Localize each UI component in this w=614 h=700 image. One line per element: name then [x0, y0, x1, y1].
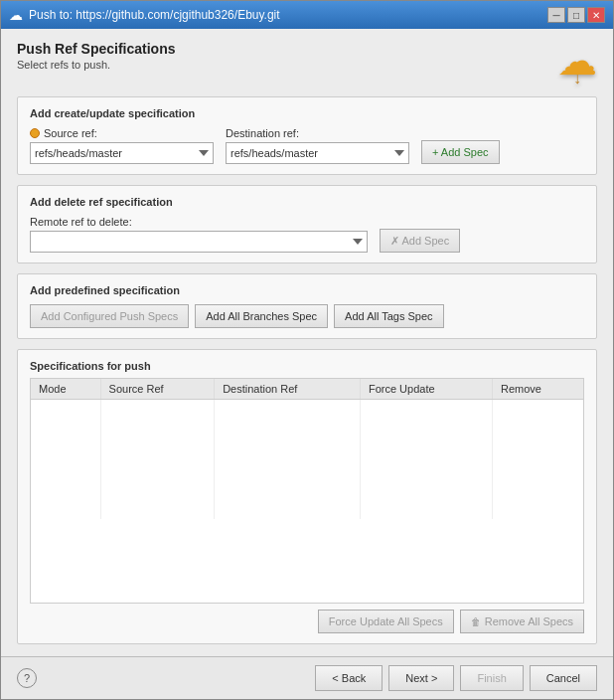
page-header: Push Ref Specifications Select refs to p…	[17, 41, 597, 87]
help-button[interactable]: ?	[17, 668, 37, 688]
predefined-buttons: Add Configured Push Specs Add All Branch…	[30, 304, 584, 328]
create-update-section: Add create/update specification Source r…	[17, 96, 597, 175]
maximize-button[interactable]: □	[567, 7, 585, 23]
add-configured-push-specs-button[interactable]: Add Configured Push Specs	[30, 304, 189, 328]
page-title: Push Ref Specifications	[17, 41, 175, 57]
specifications-table-wrapper[interactable]: Mode Source Ref Destination Ref Force Up…	[30, 378, 584, 604]
specifications-actions: Force Update All Specs 🗑 Remove All Spec…	[30, 610, 584, 633]
footer-left: ?	[17, 668, 37, 688]
cancel-button[interactable]: Cancel	[530, 665, 597, 691]
col-force-update: Force Update	[360, 379, 492, 400]
source-ref-label: Source ref:	[44, 127, 97, 139]
delete-ref-title: Add delete ref specification	[30, 196, 584, 208]
page-header-text: Push Ref Specifications Select refs to p…	[17, 41, 175, 71]
source-icon	[30, 128, 40, 138]
delete-ref-form: Remote ref to delete: ✗ Add Spec	[30, 216, 584, 253]
remote-ref-label: Remote ref to delete:	[30, 216, 368, 228]
specifications-table: Mode Source Ref Destination Ref Force Up…	[31, 379, 583, 519]
next-button[interactable]: Next >	[388, 665, 454, 691]
dest-ref-select[interactable]: refs/heads/master	[226, 142, 409, 164]
page-icon: ☁↓	[557, 41, 597, 87]
table-row-empty	[31, 400, 583, 519]
remote-ref-select[interactable]	[30, 231, 368, 253]
back-button[interactable]: < Back	[315, 665, 383, 691]
remote-ref-group: Remote ref to delete:	[30, 216, 368, 253]
title-bar: ☁ Push to: https://github.com/cjgithub32…	[1, 1, 613, 29]
main-window: ☁ Push to: https://github.com/cjgithub32…	[0, 0, 614, 700]
table-body	[31, 400, 583, 519]
dest-ref-label: Destination ref:	[226, 127, 409, 139]
source-ref-select[interactable]: refs/heads/master	[30, 142, 214, 164]
add-spec-create-button[interactable]: + Add Spec	[421, 140, 500, 164]
col-remove: Remove	[493, 379, 583, 400]
finish-button[interactable]: Finish	[460, 665, 523, 691]
remove-all-specs-button[interactable]: 🗑 Remove All Specs	[460, 610, 584, 633]
minimize-button[interactable]: ─	[547, 7, 565, 23]
col-dest-ref: Destination Ref	[215, 379, 361, 400]
add-spec-delete-button[interactable]: ✗ Add Spec	[380, 229, 460, 253]
close-button[interactable]: ✕	[587, 7, 605, 23]
window-controls: ─ □ ✕	[547, 7, 605, 23]
footer-right: < Back Next > Finish Cancel	[315, 665, 597, 691]
create-update-form: Source ref: refs/heads/master Destinatio…	[30, 127, 584, 164]
delete-ref-section: Add delete ref specification Remote ref …	[17, 185, 597, 263]
add-all-branches-spec-button[interactable]: Add All Branches Spec	[195, 304, 328, 328]
predefined-section: Add predefined specification Add Configu…	[17, 273, 597, 339]
window-icon: ☁	[9, 7, 23, 23]
source-ref-group: Source ref: refs/heads/master	[30, 127, 214, 164]
predefined-title: Add predefined specification	[30, 284, 584, 296]
window-title: Push to: https://github.com/cjgithub326/…	[29, 8, 280, 22]
page-subtitle: Select refs to push.	[17, 59, 175, 71]
page-content: Push Ref Specifications Select refs to p…	[1, 29, 613, 656]
add-all-tags-spec-button[interactable]: Add All Tags Spec	[334, 304, 443, 328]
col-source-ref: Source Ref	[100, 379, 215, 400]
specifications-title: Specifications for push	[30, 360, 584, 372]
footer: ? < Back Next > Finish Cancel	[1, 656, 613, 699]
remove-icon: 🗑	[471, 616, 481, 627]
dest-ref-group: Destination ref: refs/heads/master	[226, 127, 409, 164]
table-header: Mode Source Ref Destination Ref Force Up…	[31, 379, 583, 400]
force-update-all-specs-button[interactable]: Force Update All Specs	[318, 610, 454, 633]
specifications-section: Specifications for push Mode Source Ref …	[17, 349, 597, 644]
create-update-title: Add create/update specification	[30, 107, 584, 119]
col-mode: Mode	[31, 379, 100, 400]
